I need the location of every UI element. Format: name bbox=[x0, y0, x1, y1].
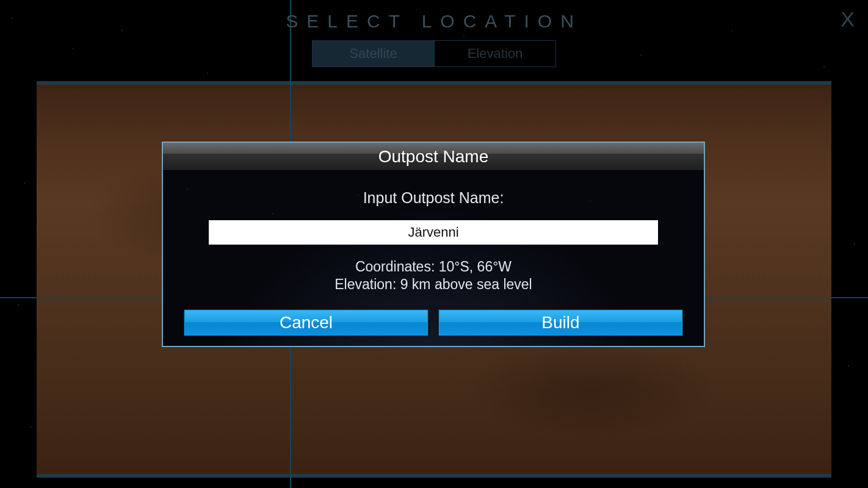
dialog-buttons: Cancel Build bbox=[184, 309, 683, 336]
coordinates-text: Coordinates: 10°S, 66°W bbox=[184, 258, 683, 276]
cancel-button[interactable]: Cancel bbox=[184, 309, 429, 336]
elevation-text: Elevation: 9 km above sea level bbox=[184, 276, 683, 293]
outpost-name-dialog: Outpost Name Input Outpost Name: Coordin… bbox=[162, 142, 705, 347]
dialog-body: Input Outpost Name: Coordinates: 10°S, 6… bbox=[163, 171, 704, 346]
outpost-name-input[interactable] bbox=[209, 220, 658, 245]
dialog-title: Outpost Name bbox=[163, 143, 704, 171]
location-info: Coordinates: 10°S, 66°W Elevation: 9 km … bbox=[184, 258, 683, 293]
build-button[interactable]: Build bbox=[438, 309, 683, 336]
input-prompt: Input Outpost Name: bbox=[184, 189, 683, 207]
